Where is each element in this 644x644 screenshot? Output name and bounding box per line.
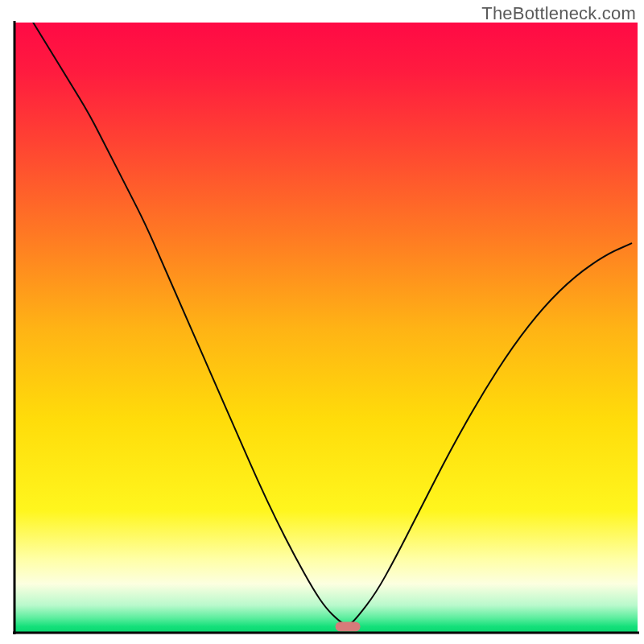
- watermark-text: TheBottleneck.com: [481, 3, 636, 24]
- optimum-marker: [336, 621, 361, 631]
- gradient-background: [14, 23, 638, 633]
- chart-canvas: TheBottleneck.com: [0, 0, 644, 644]
- plot-area: [14, 23, 638, 633]
- chart-svg: [0, 0, 644, 644]
